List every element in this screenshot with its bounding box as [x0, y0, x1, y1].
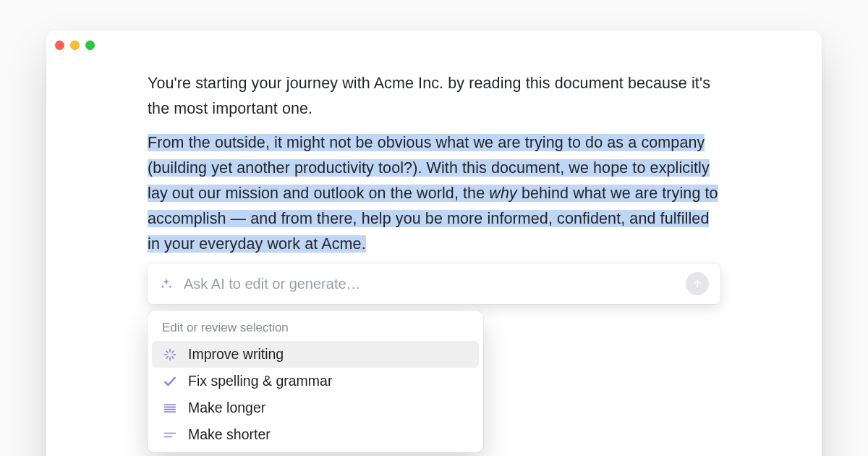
window-close-button[interactable] — [55, 41, 64, 50]
window-maximize-button[interactable] — [85, 41, 95, 50]
svg-line-7 — [172, 351, 174, 352]
magic-wand-icon — [162, 347, 178, 363]
svg-line-6 — [166, 356, 168, 358]
paragraph-2-em: why — [489, 185, 517, 202]
menu-item-label: Fix spelling & grammar — [188, 373, 332, 389]
selection-highlight[interactable]: From the outside, it might not be obviou… — [148, 134, 718, 253]
menu-item-make-longer[interactable]: Make longer — [152, 394, 479, 421]
app-window: You're starting your journey with Acme I… — [46, 30, 822, 456]
window-controls — [55, 41, 95, 50]
paragraph-2[interactable]: From the outside, it might not be obviou… — [148, 130, 720, 257]
check-icon — [162, 373, 178, 389]
ai-input[interactable] — [184, 276, 676, 292]
paragraph-1[interactable]: You're starting your journey with Acme I… — [148, 71, 720, 122]
dropdown-header: Edit or review selection — [152, 318, 479, 341]
send-button[interactable] — [686, 272, 709, 295]
menu-item-label: Make longer — [188, 400, 265, 416]
svg-line-5 — [172, 356, 174, 358]
svg-line-4 — [166, 351, 168, 352]
menu-item-improve-writing[interactable]: Improve writing — [152, 341, 479, 368]
sparkle-icon — [159, 276, 174, 291]
lines-short-icon — [162, 427, 178, 443]
document-body[interactable]: You're starting your journey with Acme I… — [148, 71, 720, 257]
arrow-up-icon — [692, 278, 703, 290]
lines-long-icon — [162, 400, 178, 416]
menu-item-make-shorter[interactable]: Make shorter — [152, 421, 479, 448]
menu-item-label: Make shorter — [188, 426, 271, 443]
menu-item-label: Improve writing — [188, 346, 284, 363]
ai-suggestion-dropdown: Edit or review selection Improve writing… — [148, 311, 483, 452]
window-minimize-button[interactable] — [70, 41, 80, 50]
menu-item-fix-spelling-grammar[interactable]: Fix spelling & grammar — [152, 368, 479, 394]
ai-command-bar[interactable] — [148, 263, 720, 304]
